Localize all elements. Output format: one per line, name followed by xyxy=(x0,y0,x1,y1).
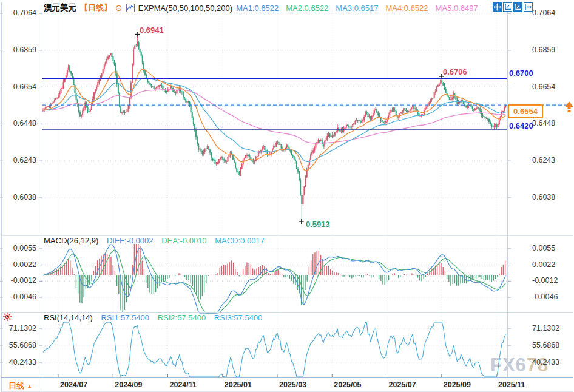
y-axis-label-right: 0.6448 xyxy=(532,119,555,127)
ma-value: MA4:0.6522 xyxy=(385,4,428,13)
y-axis-label-right: 55.6868 xyxy=(532,341,559,350)
rsi-title[interactable]: RSI(14,14,14) xyxy=(44,313,93,322)
annotation-low: 0.5913 xyxy=(306,220,330,229)
y-axis-label-right: 0.7064 xyxy=(532,8,555,17)
axis-scale-active-icon[interactable] xyxy=(513,2,522,12)
date-label: 2024/07 xyxy=(60,380,87,389)
y-axis-label-left: 0.6654 xyxy=(1,83,36,91)
y-axis-label-right: -0.0046 xyxy=(532,292,558,301)
y-axis-label-left: 0.6243 xyxy=(1,156,36,164)
y-axis-label-left: 0.6448 xyxy=(1,119,36,127)
macd-macd-value: MACD:0.0017 xyxy=(215,236,265,245)
annotation-recent-high: 0.6706 xyxy=(443,67,467,76)
date-label: 2024/09 xyxy=(115,380,142,389)
chart-toolbar xyxy=(493,2,533,12)
chart-window: FX678 澳元美元 【日线】 ⊖ EXPMA(50,50,100,50,200… xyxy=(0,0,574,392)
rsi2-value: RSI2:57.5400 xyxy=(158,313,206,322)
rsi-header: RSI(14,14,14) RSI1:57.5400 RSI2:57.5400 … xyxy=(44,313,268,322)
indicator-chart-icon[interactable] xyxy=(126,4,135,12)
y-axis-label-right: 0.6038 xyxy=(532,193,555,201)
y-axis-label-left: 71.1302 xyxy=(1,324,36,333)
y-axis-label-right: 0.6859 xyxy=(532,46,555,54)
date-label: 2025/01 xyxy=(225,380,252,389)
y-axis-label-right: 40.2433 xyxy=(532,358,559,367)
ma-value: MA3:0.6517 xyxy=(336,4,378,13)
date-label: 2025/03 xyxy=(279,380,306,389)
macd-header: MACD(26,12,9) DIFF:-0.0002 DEA:-0.0010 M… xyxy=(44,236,271,245)
pan-exit-icon[interactable] xyxy=(524,2,533,12)
rsi3-value: RSI3:57.5400 xyxy=(214,313,263,322)
indicator-label[interactable]: EXPMA(50,50,100,50,200) xyxy=(138,4,232,13)
y-axis-label-left: 0.6859 xyxy=(1,46,36,54)
date-label: 2025/05 xyxy=(334,380,361,389)
macd-title[interactable]: MACD(26,12,9) xyxy=(44,236,98,245)
y-axis-label-left: 0.7064 xyxy=(1,8,36,17)
y-axis-label-right: 0.6243 xyxy=(532,156,555,164)
macd-dea-value: DEA:-0.0010 xyxy=(161,236,206,245)
macd-diff-value: DIFF:-0.0002 xyxy=(107,236,154,245)
axis-scale-icon[interactable] xyxy=(503,2,512,12)
y-axis-label-left: 40.2433 xyxy=(1,358,36,367)
ma-value: MA1:0.6522 xyxy=(236,4,279,13)
support-level-label: 0.6420 xyxy=(509,121,533,130)
y-axis-label-right: 0.6654 xyxy=(532,83,555,91)
crosshair-move-icon[interactable] xyxy=(493,2,502,12)
chart-canvas xyxy=(0,0,574,392)
y-axis-label-left: 0.0055 xyxy=(1,244,36,252)
symbol-title: 澳元美元 xyxy=(44,2,76,13)
period-selector-label: 日线 xyxy=(8,381,24,390)
y-axis-label-right: 0.0022 xyxy=(532,260,555,269)
rsi1-value: RSI1:57.5400 xyxy=(101,313,150,322)
y-axis-label-right: -0.0012 xyxy=(532,276,558,285)
y-axis-label-left: 0.0022 xyxy=(1,260,36,269)
date-label: 2024/11 xyxy=(170,380,197,389)
date-label: 2025/11 xyxy=(498,380,525,389)
time-axis-bar: 日线 ▲ 2024/072024/092024/112025/012025/03… xyxy=(0,378,574,392)
ma-value: MA2:0.6522 xyxy=(286,4,328,13)
main-chart-header: 澳元美元 【日线】 ⊖ EXPMA(50,50,100,50,200) MA1:… xyxy=(44,2,485,13)
annotation-peak-high: 0.6941 xyxy=(140,25,164,35)
ma-values: MA1:0.6522MA2:0.6522MA3:0.6517MA4:0.6522… xyxy=(236,4,485,13)
period-up-arrow-icon: ▲ xyxy=(27,383,33,390)
y-axis-label-left: -0.0012 xyxy=(1,276,36,285)
date-label: 2025/09 xyxy=(444,380,471,389)
collapse-indicator-icon[interactable]: ⊖ xyxy=(115,4,123,12)
date-label: 2025/07 xyxy=(389,380,416,389)
y-axis-label-left: 0.6038 xyxy=(1,193,36,201)
y-axis-label-right: 0.0055 xyxy=(532,244,555,252)
price-direction-arrow xyxy=(564,101,574,118)
y-axis-label-right: 71.1302 xyxy=(532,324,559,333)
rsi-panel-marker-icon[interactable] xyxy=(2,312,12,322)
last-price-box: 0.6554 xyxy=(508,104,543,118)
period-tag[interactable]: 【日线】 xyxy=(80,2,112,13)
period-selector[interactable]: 日线 ▲ xyxy=(8,380,33,391)
ma-value: MA5:0.6497 xyxy=(436,4,478,13)
y-axis-label-left: 55.6868 xyxy=(1,341,36,350)
y-axis-label-left: -0.0046 xyxy=(1,292,36,301)
resistance-level-label: 0.6700 xyxy=(509,69,533,78)
